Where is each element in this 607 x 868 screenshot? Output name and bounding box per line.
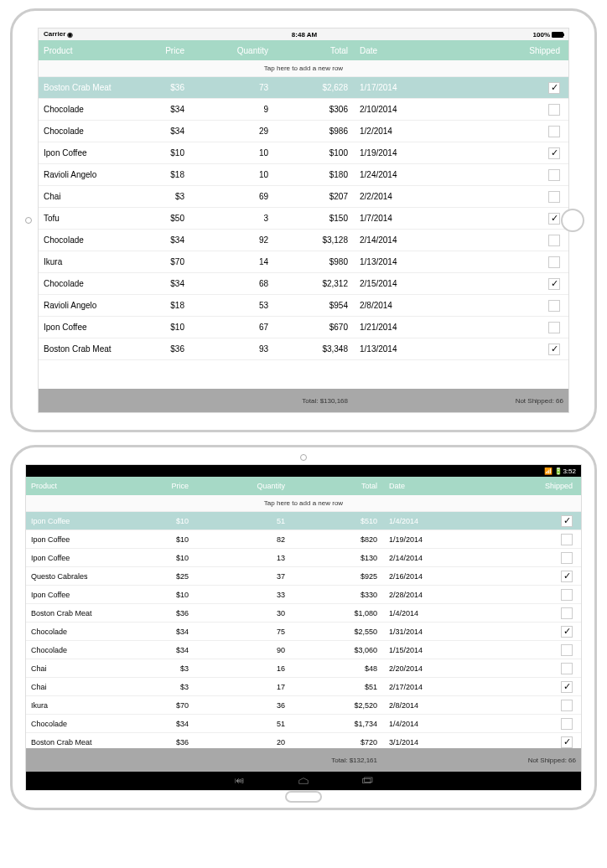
cell-date[interactable]: 1/24/2014 bbox=[353, 168, 437, 182]
cell-quantity[interactable]: 30 bbox=[194, 607, 290, 620]
cell-product[interactable]: Chai bbox=[39, 189, 122, 204]
cell-price[interactable]: $3 bbox=[122, 189, 189, 204]
cell-shipped[interactable]: ✓ bbox=[466, 734, 581, 749]
cell-total[interactable]: $306 bbox=[273, 102, 353, 116]
shipped-checkbox[interactable] bbox=[561, 589, 573, 601]
cell-date[interactable]: 2/15/2014 bbox=[353, 276, 437, 291]
cell-product[interactable]: Ravioli Angelo bbox=[39, 298, 122, 313]
header-date[interactable]: Date bbox=[353, 44, 437, 58]
cell-quantity[interactable]: 51 bbox=[194, 717, 290, 731]
cell-date[interactable]: 1/19/2014 bbox=[353, 146, 437, 160]
add-row-button[interactable]: Tap here to add a new row bbox=[39, 60, 568, 77]
cell-date[interactable]: 1/7/2014 bbox=[353, 211, 437, 225]
cell-date[interactable]: 2/10/2014 bbox=[353, 102, 437, 116]
table-row[interactable]: Ipon Coffee$1051$5101/4/2014✓ bbox=[26, 512, 581, 530]
home-button[interactable] bbox=[285, 791, 322, 803]
table-row[interactable]: Ipon Coffee$1033$3302/28/2014 bbox=[26, 586, 581, 604]
cell-total[interactable]: $100 bbox=[273, 146, 353, 160]
cell-quantity[interactable]: 17 bbox=[194, 680, 290, 694]
shipped-checkbox[interactable]: ✓ bbox=[548, 278, 560, 290]
cell-quantity[interactable]: 29 bbox=[189, 124, 273, 138]
table-row[interactable]: Chocolade$3451$1,7341/4/2014 bbox=[26, 715, 581, 733]
table-row[interactable]: Chai$369$2072/2/2014 bbox=[39, 186, 568, 208]
cell-date[interactable]: 1/17/2014 bbox=[353, 80, 437, 95]
table-row[interactable]: Boston Crab Meat$3693$3,3481/13/2014✓ bbox=[39, 338, 568, 360]
cell-product[interactable]: Chai bbox=[26, 680, 135, 694]
cell-product[interactable]: Ipon Coffee bbox=[39, 146, 122, 160]
shipped-checkbox[interactable] bbox=[561, 663, 573, 674]
cell-total[interactable]: $980 bbox=[273, 255, 353, 269]
shipped-checkbox[interactable]: ✓ bbox=[561, 681, 573, 693]
cell-shipped[interactable] bbox=[437, 101, 568, 118]
table-row[interactable]: Tofu$503$1501/7/2014✓ bbox=[39, 208, 568, 230]
cell-product[interactable]: Ikura bbox=[39, 255, 122, 269]
header-shipped[interactable]: Shipped bbox=[466, 479, 581, 493]
cell-quantity[interactable]: 13 bbox=[194, 551, 290, 565]
cell-date[interactable]: 1/13/2014 bbox=[353, 342, 437, 356]
table-row[interactable]: Chocolade$3475$2,5501/31/2014✓ bbox=[26, 623, 581, 641]
cell-shipped[interactable] bbox=[437, 123, 568, 140]
cell-shipped[interactable]: ✓ bbox=[437, 276, 568, 292]
cell-total[interactable]: $510 bbox=[290, 514, 382, 528]
shipped-checkbox[interactable]: ✓ bbox=[561, 626, 573, 638]
cell-date[interactable]: 2/8/2014 bbox=[353, 298, 437, 313]
cell-quantity[interactable]: 53 bbox=[189, 298, 273, 313]
cell-price[interactable]: $50 bbox=[122, 211, 189, 225]
cell-price[interactable]: $36 bbox=[135, 607, 194, 620]
cell-price[interactable]: $34 bbox=[122, 276, 189, 291]
table-row[interactable]: Chocolade$3490$3,0601/15/2014 bbox=[26, 641, 581, 659]
cell-product[interactable]: Tofu bbox=[39, 211, 122, 225]
cell-shipped[interactable] bbox=[437, 189, 568, 205]
cell-product[interactable]: Chocolade bbox=[39, 233, 122, 247]
cell-quantity[interactable]: 10 bbox=[189, 146, 273, 160]
cell-quantity[interactable]: 36 bbox=[194, 699, 290, 712]
cell-date[interactable]: 3/1/2014 bbox=[382, 736, 466, 749]
cell-quantity[interactable]: 67 bbox=[189, 320, 273, 334]
cell-shipped[interactable] bbox=[437, 319, 568, 336]
table-body[interactable]: Boston Crab Meat$3673$2,6281/17/2014✓Cho… bbox=[39, 77, 568, 389]
cell-date[interactable]: 1/13/2014 bbox=[353, 255, 437, 269]
cell-shipped[interactable] bbox=[437, 167, 568, 183]
cell-price[interactable]: $70 bbox=[135, 699, 194, 712]
cell-product[interactable]: Boston Crab Meat bbox=[26, 607, 135, 620]
cell-quantity[interactable]: 14 bbox=[189, 255, 273, 269]
cell-shipped[interactable] bbox=[466, 605, 581, 622]
cell-product[interactable]: Chai bbox=[26, 662, 135, 675]
cell-total[interactable]: $2,550 bbox=[290, 625, 382, 638]
table-row[interactable]: Boston Crab Meat$3673$2,6281/17/2014✓ bbox=[39, 77, 568, 99]
cell-total[interactable]: $820 bbox=[290, 533, 382, 546]
cell-total[interactable]: $180 bbox=[273, 168, 353, 182]
shipped-checkbox[interactable]: ✓ bbox=[561, 571, 573, 582]
cell-shipped[interactable] bbox=[466, 716, 581, 732]
cell-shipped[interactable]: ✓ bbox=[437, 145, 568, 162]
table-row[interactable]: Questo Cabrales$2537$9252/16/2014✓ bbox=[26, 567, 581, 586]
shipped-checkbox[interactable]: ✓ bbox=[548, 213, 560, 225]
cell-total[interactable]: $2,628 bbox=[273, 80, 353, 95]
cell-price[interactable]: $34 bbox=[135, 643, 194, 657]
cell-total[interactable]: $330 bbox=[290, 588, 382, 602]
header-date[interactable]: Date bbox=[382, 479, 466, 493]
cell-total[interactable]: $2,520 bbox=[290, 699, 382, 712]
cell-price[interactable]: $34 bbox=[135, 717, 194, 731]
cell-price[interactable]: $3 bbox=[135, 662, 194, 675]
cell-date[interactable]: 1/21/2014 bbox=[353, 320, 437, 334]
table-row[interactable]: Chocolade$349$3062/10/2014 bbox=[39, 99, 568, 121]
cell-shipped[interactable]: ✓ bbox=[466, 679, 581, 695]
cell-date[interactable]: 2/20/2014 bbox=[382, 662, 466, 675]
cell-date[interactable]: 1/31/2014 bbox=[382, 625, 466, 638]
cell-shipped[interactable] bbox=[466, 550, 581, 566]
cell-total[interactable]: $720 bbox=[290, 736, 382, 749]
table-row[interactable]: Chocolade$3468$2,3122/15/2014✓ bbox=[39, 273, 568, 295]
shipped-checkbox[interactable]: ✓ bbox=[561, 515, 573, 527]
cell-total[interactable]: $925 bbox=[290, 570, 382, 583]
shipped-checkbox[interactable] bbox=[548, 300, 560, 312]
cell-quantity[interactable]: 93 bbox=[189, 342, 273, 356]
cell-product[interactable]: Chocolade bbox=[26, 643, 135, 657]
cell-total[interactable]: $2,312 bbox=[273, 276, 353, 291]
cell-price[interactable]: $34 bbox=[122, 102, 189, 116]
cell-product[interactable]: Questo Cabrales bbox=[26, 570, 135, 583]
shipped-checkbox[interactable] bbox=[548, 169, 560, 181]
cell-product[interactable]: Chocolade bbox=[26, 717, 135, 731]
cell-shipped[interactable]: ✓ bbox=[466, 568, 581, 585]
shipped-checkbox[interactable] bbox=[561, 552, 573, 564]
